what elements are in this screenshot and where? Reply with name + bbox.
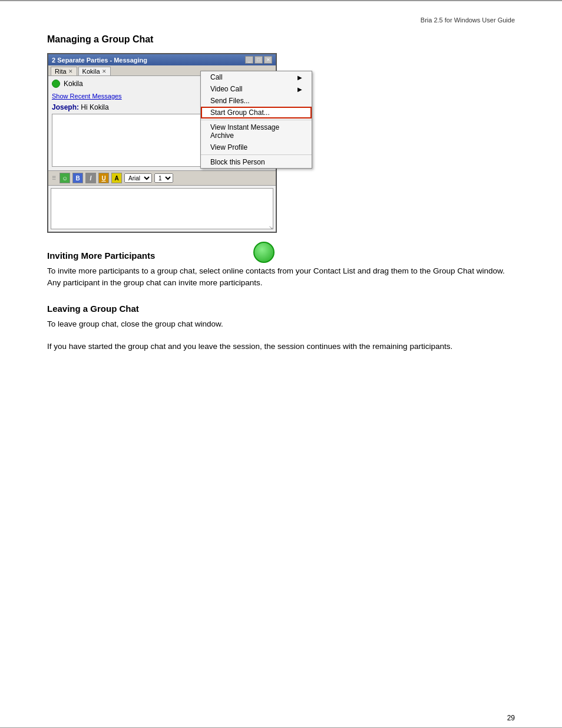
page-number: 29 [507, 714, 515, 722]
maximize-button[interactable]: □ [254, 56, 263, 64]
context-menu-send-files[interactable]: Send Files... [201, 95, 312, 107]
context-menu-separator-1 [201, 120, 312, 120]
top-border [0, 0, 562, 1]
tab-rita-label: Rita [55, 68, 67, 75]
titlebar-controls: _ □ ✕ [245, 56, 272, 64]
italic-button[interactable]: I [85, 173, 96, 183]
section-inviting-participants: Inviting More Participants To invite mor… [47, 251, 515, 289]
video-call-label: Video Call [210, 85, 242, 93]
leaving-group-chat-body2: If you have started the group chat and y… [47, 341, 515, 353]
contact-name: Kokila [64, 80, 83, 88]
message-text: Hi Kokila [81, 103, 108, 111]
section-managing-title: Managing a Group Chat [47, 34, 515, 45]
msg-window-title: 2 Separate Parties - Messaging [52, 57, 147, 64]
context-menu-block-person[interactable]: Block this Person [201, 156, 312, 168]
header-right: Bria 2.5 for Windows User Guide [47, 17, 515, 24]
contact-avatar-bottom [253, 242, 275, 263]
call-label: Call [210, 73, 223, 81]
tab-rita[interactable]: Rita ✕ [51, 67, 77, 75]
minimize-button[interactable]: _ [245, 56, 253, 64]
section-managing-group-chat: Managing a Group Chat 2 Separate Parties… [47, 34, 515, 233]
tab-kokila-label: Kokila [82, 68, 100, 75]
header-title: Bria 2.5 for Windows User Guide [421, 17, 515, 24]
online-status-dot [52, 80, 60, 88]
size-select[interactable]: 10 [154, 173, 173, 183]
context-menu-video-call[interactable]: Video Call ▶ [201, 83, 312, 95]
start-group-chat-label: Start Group Chat... [210, 108, 270, 117]
context-menu-call[interactable]: Call ▶ [201, 71, 312, 83]
input-area-wrapper: ↘ [48, 186, 276, 232]
video-call-submenu-arrow: ▶ [297, 86, 302, 93]
context-menu-view-profile[interactable]: View Profile [201, 141, 312, 153]
message-sender: Joseph: [52, 103, 79, 111]
call-submenu-arrow: ▶ [297, 74, 302, 81]
message-input-area[interactable] [51, 188, 273, 229]
toolbar-row: ⠿ ☺ B I U A Arial 10 [48, 170, 276, 186]
close-button[interactable]: ✕ [264, 56, 272, 64]
inviting-participants-title: Inviting More Participants [47, 251, 515, 261]
underline-button[interactable]: U [98, 173, 109, 183]
inviting-participants-body: To invite more participants to a group c… [47, 265, 515, 289]
font-select[interactable]: Arial [124, 173, 152, 183]
view-archive-label: View Instant Message Archive [210, 123, 302, 140]
emoji-button[interactable]: ☺ [59, 173, 70, 183]
leaving-group-chat-body1: To leave group chat, close the group cha… [47, 318, 515, 330]
section-leaving-group-chat: Leaving a Group Chat To leave group chat… [47, 304, 515, 353]
context-menu-separator-2 [201, 154, 312, 155]
leaving-group-chat-title: Leaving a Group Chat [47, 304, 515, 314]
bold-button[interactable]: B [72, 173, 83, 183]
block-person-label: Block this Person [210, 158, 265, 166]
context-menu: Call ▶ Video Call ▶ Send Files... Start … [200, 71, 312, 169]
msg-titlebar: 2 Separate Parties - Messaging _ □ ✕ [48, 54, 276, 65]
context-menu-start-group-chat[interactable]: Start Group Chat... [201, 107, 312, 118]
context-menu-view-archive[interactable]: View Instant Message Archive [201, 121, 312, 141]
color-button[interactable]: A [111, 173, 122, 183]
tab-kokila[interactable]: Kokila ✕ [78, 67, 111, 75]
view-profile-label: View Profile [210, 143, 247, 151]
tab-kokila-close[interactable]: ✕ [102, 68, 107, 74]
resize-handle-icon[interactable]: ↘ [269, 225, 275, 230]
tab-rita-close[interactable]: ✕ [68, 68, 73, 74]
page-container: Bria 2.5 for Windows User Guide Managing… [0, 0, 562, 728]
drag-handle-icon: ⠿ [52, 175, 56, 182]
send-files-label: Send Files... [210, 97, 250, 105]
screenshot-wrapper: 2 Separate Parties - Messaging _ □ ✕ Rit… [47, 53, 336, 233]
